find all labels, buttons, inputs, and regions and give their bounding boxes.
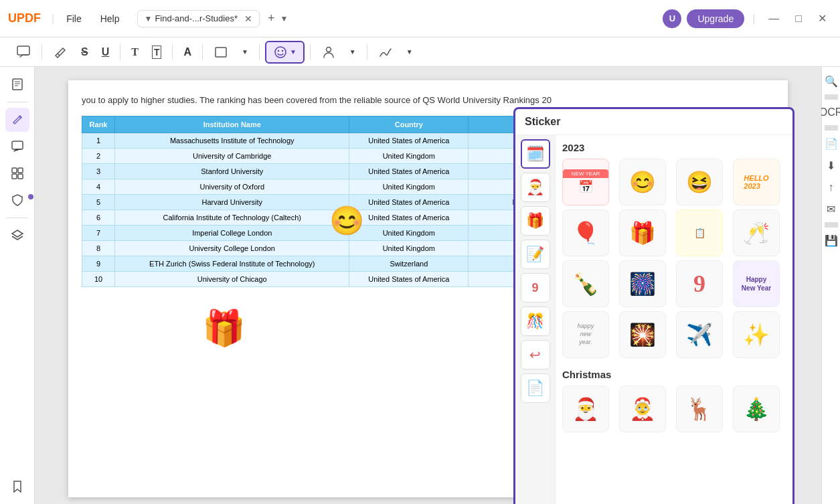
highlight-tool[interactable] <box>48 42 73 62</box>
sticker-thumb-arrow[interactable]: ↩ <box>521 340 550 369</box>
table-cell-country: United Kingdom <box>349 179 469 194</box>
table-cell-institution: University of Oxford <box>115 179 349 194</box>
tab-area: ▼ Find-and-...r-Studies* ✕ <box>137 10 260 27</box>
tab-arrow-btn[interactable]: ▼ <box>145 14 153 23</box>
strikethrough-tool[interactable]: S <box>76 44 94 61</box>
table-cell-institution: ETH Zurich (Swiss Federal Institute of T… <box>115 256 349 271</box>
sticker-thumb-gift[interactable]: 🎁 <box>521 206 550 236</box>
right-search-icon[interactable]: 🔍 <box>822 72 841 90</box>
sticker-champagne-glasses[interactable]: 🥂 <box>733 209 780 256</box>
rectangle-dropdown[interactable]: ▼ <box>236 46 254 58</box>
right-email-icon[interactable]: ✉ <box>824 200 838 218</box>
sticker-hello-2023[interactable]: HELLO2023 <box>733 159 780 205</box>
table-cell-country: United States of America <box>349 133 469 148</box>
svg-rect-15 <box>12 174 17 179</box>
rectangle-tool[interactable] <box>208 42 234 62</box>
add-tab-btn[interactable]: + <box>268 11 275 25</box>
tab-close-btn[interactable]: ✕ <box>244 13 252 24</box>
sidebar-protect[interactable] <box>5 188 29 212</box>
font-color-icon: A <box>183 46 191 58</box>
upgrade-button[interactable]: Upgrade <box>687 9 744 28</box>
sidebar-comment[interactable] <box>5 135 29 159</box>
sticker-happy-new-year-cursive[interactable]: happynewyear. <box>562 311 609 358</box>
text-icon: T <box>131 46 139 58</box>
person-dropdown[interactable]: ▼ <box>344 46 361 58</box>
sticker-champagne-bottle[interactable]: 🍾 <box>562 260 609 307</box>
close-btn[interactable]: ✕ <box>813 9 832 27</box>
sticker-thumb-notepad[interactable]: 📝 <box>521 240 550 269</box>
table-cell-country: United States of America <box>349 194 469 209</box>
sticker-number-9[interactable]: 9 <box>676 260 723 307</box>
right-sep1 <box>825 94 838 100</box>
sticker-fireworks-green[interactable]: 🎆 <box>619 260 666 307</box>
sticker-christmas-tree[interactable]: 🎄 <box>733 386 780 432</box>
right-share-icon[interactable]: ↑ <box>826 179 837 196</box>
underline-tool[interactable]: U <box>96 44 115 61</box>
svg-rect-14 <box>18 168 23 173</box>
table-cell-institution: University of Chicago <box>115 271 349 286</box>
section-christmas-title: Christmas <box>562 369 786 380</box>
svg-point-6 <box>326 47 331 52</box>
svg-point-3 <box>275 47 286 58</box>
sep7 <box>367 44 367 60</box>
table-cell-rank: 7 <box>82 225 115 240</box>
comment-tool[interactable] <box>11 42 36 62</box>
upgrade-label: Upgrade <box>697 13 734 24</box>
sticker-thumb-calendar[interactable]: 🗓️ <box>521 139 550 169</box>
signature-tool[interactable] <box>373 42 398 62</box>
sticker-gift-purple[interactable]: 🎁 <box>619 209 666 256</box>
sticker-santa-face[interactable]: 🤶 <box>619 386 666 432</box>
sidebar-pages[interactable] <box>5 72 29 96</box>
signature-dropdown[interactable]: ▼ <box>401 46 418 58</box>
underline-icon: U <box>102 46 110 58</box>
sticker-fireworks-pink[interactable]: 🎇 <box>619 311 666 358</box>
sticker-panel: Sticker 🗓️ 🎅 🎁 📝 9 🎊 ↩ 📄 2023 <box>513 107 794 504</box>
sticker-sparkle[interactable]: ✨ <box>733 311 780 358</box>
sticker-thumb-note[interactable]: 📄 <box>521 373 550 403</box>
svg-rect-13 <box>12 168 17 173</box>
sidebar-organize[interactable] <box>5 161 29 185</box>
maximize-btn[interactable]: □ <box>790 10 807 27</box>
sticker-happy-new-year-banner[interactable]: HappyNew Year <box>733 260 780 307</box>
sticker-tool[interactable]: ▼ <box>265 41 305 64</box>
sticker-thumb-santa[interactable]: 🎅 <box>521 173 550 202</box>
sticker-reindeer[interactable]: 🦌 <box>676 386 723 432</box>
sidebar-bookmark[interactable] <box>5 475 29 499</box>
strikethrough-icon: S <box>81 46 88 58</box>
sticker-grinning-party[interactable]: 😆 <box>676 159 723 205</box>
sticker-thumb-firework[interactable]: 🎊 <box>521 307 550 336</box>
text-tool[interactable]: T <box>126 44 144 61</box>
placed-gift-sticker[interactable]: 🎁 <box>202 308 246 349</box>
left-sidebar <box>0 67 35 504</box>
sticker-new-year-cal[interactable]: NEW YEAR 📅 <box>562 159 609 205</box>
right-save-icon[interactable]: 💾 <box>822 232 841 250</box>
right-download-icon[interactable]: ⬇ <box>824 157 838 175</box>
font-color-tool[interactable]: A <box>178 44 197 61</box>
file-menu[interactable]: File <box>60 11 88 27</box>
sticker-dropdown-arrow: ▼ <box>290 48 297 56</box>
minimize-btn[interactable]: — <box>763 10 784 27</box>
help-menu[interactable]: Help <box>94 11 127 27</box>
sticker-paper-plane[interactable]: ✈️ <box>676 311 723 358</box>
tab-list-dropdown[interactable]: ▼ <box>280 14 288 23</box>
sticker-notepad-2023[interactable]: 📋 <box>676 209 723 256</box>
app-logo: UPDF <box>8 11 41 25</box>
table-cell-rank: 5 <box>82 194 115 209</box>
sticker-balloon[interactable]: 🎈 <box>562 209 609 256</box>
sidebar-edit[interactable] <box>5 108 29 132</box>
textbox-tool[interactable]: T <box>147 43 167 62</box>
table-cell-rank: 10 <box>82 271 115 286</box>
person-tool[interactable] <box>316 42 341 62</box>
svg-rect-2 <box>216 48 226 57</box>
table-cell-rank: 3 <box>82 163 115 179</box>
table-cell-rank: 1 <box>82 133 115 148</box>
sticker-thumb-nine[interactable]: 9 <box>521 273 550 303</box>
sticker-smiley-party[interactable]: 😊 <box>619 159 666 205</box>
sticker-grid-area: 2023 NEW YEAR 📅 😊 😆 HELLO2023 <box>556 135 792 504</box>
sidebar-layers[interactable] <box>5 224 29 248</box>
sep6 <box>310 44 311 60</box>
sticker-grid-2023: NEW YEAR 📅 😊 😆 HELLO2023 🎈 🎁 <box>562 159 786 358</box>
sticker-santa-hat[interactable]: 🎅 <box>562 386 609 432</box>
table-cell-country: United Kingdom <box>349 225 469 240</box>
right-document-icon[interactable]: 📄 <box>822 135 841 153</box>
